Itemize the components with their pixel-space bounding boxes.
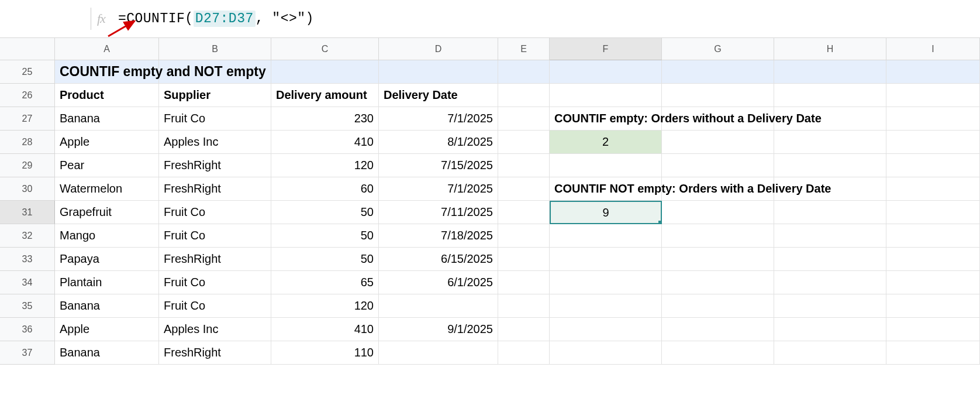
col-header-E[interactable]: E (498, 38, 550, 60)
cell-F33[interactable] (550, 248, 662, 271)
row-header-35[interactable]: 35 (0, 294, 55, 318)
cell-H37[interactable] (774, 341, 886, 365)
cell-E30[interactable] (498, 177, 550, 201)
col-header-A[interactable]: A (55, 38, 159, 60)
cell-C30[interactable]: 60 (271, 177, 379, 201)
cell-I32[interactable] (886, 224, 980, 248)
cell-A25[interactable]: COUNTIF empty and NOT empty (55, 60, 159, 84)
cell-A27[interactable]: Banana (55, 107, 159, 131)
cell-E36[interactable] (498, 318, 550, 341)
row-header-36[interactable]: 36 (0, 318, 55, 341)
cell-F36[interactable] (550, 318, 662, 341)
cell-C36[interactable]: 410 (271, 318, 379, 341)
cell-D32[interactable]: 7/18/2025 (379, 224, 498, 248)
row-header-27[interactable]: 27 (0, 107, 55, 131)
cell-B37[interactable]: FreshRight (159, 341, 271, 365)
col-header-B[interactable]: B (159, 38, 271, 60)
cell-F29[interactable] (550, 154, 662, 177)
row-header-33[interactable]: 33 (0, 248, 55, 271)
cell-F28[interactable]: 2 (550, 131, 662, 154)
cell-C34[interactable]: 65 (271, 271, 379, 294)
cell-H32[interactable] (774, 224, 886, 248)
cell-E33[interactable] (498, 248, 550, 271)
col-header-D[interactable]: D (379, 38, 498, 60)
row-header-26[interactable]: 26 (0, 84, 55, 107)
col-header-G[interactable]: G (662, 38, 774, 60)
cell-C35[interactable]: 120 (271, 294, 379, 318)
cell-E25[interactable] (498, 60, 550, 84)
cell-B31[interactable]: Fruit Co (159, 201, 271, 224)
cell-A30[interactable]: Watermelon (55, 177, 159, 201)
cell-E35[interactable] (498, 294, 550, 318)
cell-F37[interactable] (550, 341, 662, 365)
cell-H28[interactable] (774, 131, 886, 154)
cell-D29[interactable]: 7/15/2025 (379, 154, 498, 177)
cell-C37[interactable]: 110 (271, 341, 379, 365)
cell-D27[interactable]: 7/1/2025 (379, 107, 498, 131)
cell-B29[interactable]: FreshRight (159, 154, 271, 177)
cell-H31[interactable] (774, 201, 886, 224)
cell-G36[interactable] (662, 318, 774, 341)
cell-A31[interactable]: Grapefruit (55, 201, 159, 224)
col-header-C[interactable]: C (271, 38, 379, 60)
cell-B33[interactable]: FreshRight (159, 248, 271, 271)
cell-G25[interactable] (662, 60, 774, 84)
cell-C33[interactable]: 50 (271, 248, 379, 271)
cell-F32[interactable] (550, 224, 662, 248)
cell-D37[interactable] (379, 341, 498, 365)
cell-G26[interactable] (662, 84, 774, 107)
cell-G32[interactable] (662, 224, 774, 248)
cell-E31[interactable] (498, 201, 550, 224)
col-header-F[interactable]: F (550, 38, 662, 60)
cell-C28[interactable]: 410 (271, 131, 379, 154)
cell-B26[interactable]: Supplier (159, 84, 271, 107)
cell-B27[interactable]: Fruit Co (159, 107, 271, 131)
cell-C25[interactable] (271, 60, 379, 84)
cell-G29[interactable] (662, 154, 774, 177)
row-header-29[interactable]: 29 (0, 154, 55, 177)
cell-F26[interactable] (550, 84, 662, 107)
cell-H35[interactable] (774, 294, 886, 318)
cell-C27[interactable]: 230 (271, 107, 379, 131)
cell-D35[interactable] (379, 294, 498, 318)
cell-A28[interactable]: Apple (55, 131, 159, 154)
cell-H36[interactable] (774, 318, 886, 341)
row-header-28[interactable]: 28 (0, 131, 55, 154)
cell-G34[interactable] (662, 271, 774, 294)
cell-A32[interactable]: Mango (55, 224, 159, 248)
cell-D30[interactable]: 7/1/2025 (379, 177, 498, 201)
cell-D36[interactable]: 9/1/2025 (379, 318, 498, 341)
cell-F25[interactable] (550, 60, 662, 84)
cell-A33[interactable]: Papaya (55, 248, 159, 271)
cell-C32[interactable]: 50 (271, 224, 379, 248)
cell-B36[interactable]: Apples Inc (159, 318, 271, 341)
row-header-34[interactable]: 34 (0, 271, 55, 294)
cell-A35[interactable]: Banana (55, 294, 159, 318)
cell-G33[interactable] (662, 248, 774, 271)
cell-C29[interactable]: 120 (271, 154, 379, 177)
row-header-30[interactable]: 30 (0, 177, 55, 201)
cell-A29[interactable]: Pear (55, 154, 159, 177)
cell-H34[interactable] (774, 271, 886, 294)
cell-I31[interactable] (886, 201, 980, 224)
cell-D28[interactable]: 8/1/2025 (379, 131, 498, 154)
cell-H33[interactable] (774, 248, 886, 271)
cell-E27[interactable] (498, 107, 550, 131)
row-header-37[interactable]: 37 (0, 341, 55, 365)
cell-D33[interactable]: 6/15/2025 (379, 248, 498, 271)
cell-E29[interactable] (498, 154, 550, 177)
cell-E26[interactable] (498, 84, 550, 107)
cell-C31[interactable]: 50 (271, 201, 379, 224)
cell-F27[interactable]: COUNTIF empty: Orders without a Delivery… (550, 107, 662, 131)
cell-B34[interactable]: Fruit Co (159, 271, 271, 294)
cell-B35[interactable]: Fruit Co (159, 294, 271, 318)
cell-D34[interactable]: 6/1/2025 (379, 271, 498, 294)
cell-H26[interactable] (774, 84, 886, 107)
formula-input[interactable]: =COUNTIF(D27:D37, "<>") (118, 11, 314, 26)
cell-E37[interactable] (498, 341, 550, 365)
cell-D25[interactable] (379, 60, 498, 84)
cell-I35[interactable] (886, 294, 980, 318)
cell-F31-active[interactable]: 9 (550, 201, 662, 224)
cell-G28[interactable] (662, 131, 774, 154)
cell-I30[interactable] (886, 177, 980, 201)
